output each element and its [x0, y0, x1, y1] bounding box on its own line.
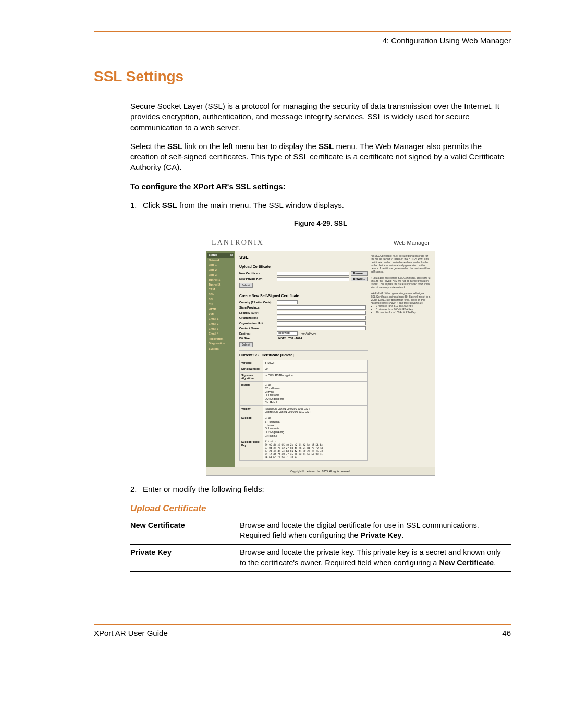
collapse-icon[interactable]: ⊟	[230, 253, 233, 257]
sidebar-item-filesystem[interactable]: Filesystem	[207, 337, 234, 341]
intro-paragraph-2: Select the SSL link on the left menu bar…	[130, 141, 511, 173]
current-cert-heading: Current SSL Certificate [Delete]	[239, 353, 368, 357]
sidebar-item-line3[interactable]: Line 3	[207, 273, 234, 277]
sidebar-item-ssl[interactable]: SSL	[207, 297, 234, 302]
sidebar-item-network[interactable]: Network	[207, 258, 234, 263]
intro-paragraph-1: Secure Socket Layer (SSL) is a protocol …	[130, 101, 511, 133]
cn-input[interactable]	[277, 326, 366, 330]
sidebar-item-email1[interactable]: Email 1	[207, 317, 234, 322]
delete-link[interactable]: [Delete]	[280, 353, 294, 357]
sidebar-item-tunnel2[interactable]: Tunnel 2	[207, 282, 234, 287]
new-cert-label: New Certificate:	[239, 272, 277, 275]
expires-input[interactable]: 01/01/2010	[277, 331, 298, 336]
step-1: 1. Click SSL from the main menu. The SSL…	[130, 200, 511, 211]
copyright: Copyright © Lantronix, Inc. 2005. All ri…	[206, 467, 435, 475]
bitsize-radios[interactable]: ⦿512 ○768 ○1024	[278, 337, 302, 340]
new-cert-row-label: New Certificate	[130, 517, 240, 544]
new-cert-row-desc: Browse and locate the digital certificat…	[240, 517, 511, 544]
country-input[interactable]	[277, 300, 298, 304]
page-number: 46	[502, 628, 511, 638]
sidebar-item-email4[interactable]: Email 4	[207, 331, 234, 336]
sidebar-item-xml[interactable]: XML	[207, 312, 234, 317]
sidebar-item-http[interactable]: HTTP	[207, 307, 234, 312]
sidebar-item-cli[interactable]: CLI	[207, 302, 234, 307]
locality-input[interactable]	[277, 311, 366, 315]
ssl-screenshot: LANTRONIX Web Manager Status ⊟ Network L…	[206, 235, 435, 476]
help-panel: An SSL Certificate must be configured in…	[371, 254, 431, 464]
figure-caption: Figure 4-29. SSL	[130, 219, 511, 228]
upload-cert-section-heading: Upload Certificate	[130, 503, 511, 515]
new-cert-input[interactable]	[277, 272, 349, 276]
sidebar-item-cpm[interactable]: CPM	[207, 287, 234, 292]
state-input[interactable]	[277, 305, 366, 310]
private-key-row-label: Private Key	[130, 545, 240, 572]
sidebar-item-ssh[interactable]: SSH	[207, 292, 234, 297]
new-pk-input[interactable]	[277, 277, 349, 281]
sidebar-item-diagnostics[interactable]: Diagnostics	[207, 341, 234, 346]
breadcrumb: 4: Configuration Using Web Manager	[94, 35, 511, 46]
footer-left: XPort AR User Guide	[94, 628, 168, 638]
sidebar-item-tunnel1[interactable]: Tunnel 1	[207, 278, 234, 282]
create-cert-heading: Create New Self-Signed Certificate	[239, 293, 368, 298]
sidebar-item-email2[interactable]: Email 2	[207, 322, 234, 326]
page-title: SSL Settings	[94, 67, 511, 87]
browse-button[interactable]: Browse...	[351, 277, 368, 281]
sidebar: Status ⊟ Network Line 1 Line 2 Line 3 Tu…	[206, 251, 235, 467]
sidebar-item-line1[interactable]: Line 1	[207, 263, 234, 267]
sidebar-item-line2[interactable]: Line 2	[207, 268, 234, 273]
browse-button[interactable]: Browse...	[351, 271, 368, 276]
logo: LANTRONIX	[212, 238, 264, 248]
instructions-heading: To configure the XPort AR's SSL settings…	[130, 181, 511, 192]
new-pk-label: New Private Key:	[239, 277, 277, 281]
org-input[interactable]	[277, 316, 366, 320]
ssl-heading: SSL	[239, 254, 368, 261]
cert-table: Version:3 (0x02) Serial Number:00 Signat…	[239, 360, 368, 461]
ou-input[interactable]	[277, 321, 366, 325]
config-table: New Certificate Browse and locate the di…	[130, 517, 511, 572]
submit-button[interactable]: Submit	[239, 342, 253, 347]
sidebar-item-email3[interactable]: Email 3	[207, 327, 234, 331]
step-2: 2. Enter or modify the following fields:	[130, 484, 511, 495]
private-key-row-desc: Browse and locate the private key. This …	[240, 545, 511, 572]
web-manager-label: Web Manager	[394, 239, 430, 247]
upload-cert-heading: Upload Certificate	[239, 264, 368, 269]
submit-button[interactable]: Submit	[239, 283, 253, 288]
sidebar-item-system[interactable]: System	[207, 347, 234, 351]
